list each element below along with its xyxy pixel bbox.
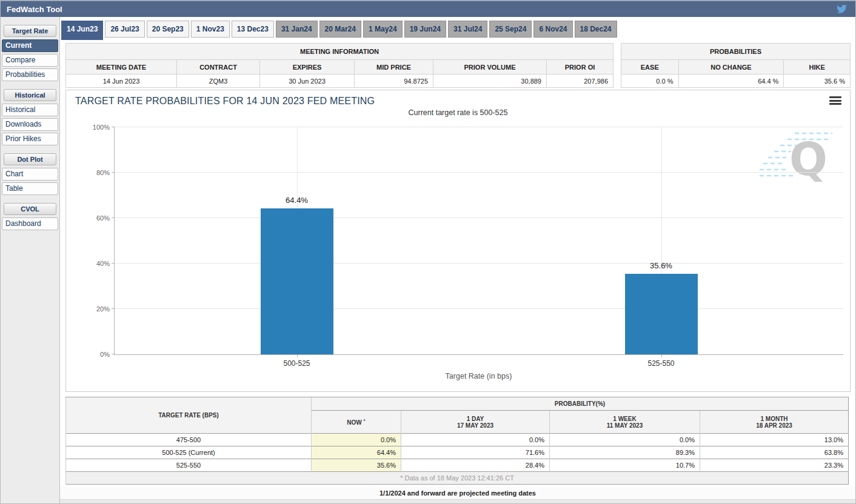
x-category-label: 500-525 xyxy=(283,359,310,368)
sidebar-item-table[interactable]: Table xyxy=(2,182,58,195)
gridline xyxy=(115,263,843,264)
y-tick-mark xyxy=(112,172,115,173)
tab-6-nov24[interactable]: 6 Nov24 xyxy=(533,21,572,38)
target-rate-bps-header: TARGET RATE (BPS) xyxy=(66,397,312,434)
no-change-value: 64.4 % xyxy=(678,75,784,88)
x-category-label: 525-550 xyxy=(647,359,674,368)
x-axis-title: Target Rate (in bps) xyxy=(114,372,843,380)
tab-20-mar24[interactable]: 20 Mar24 xyxy=(319,21,361,38)
sidebar-item-historical[interactable]: Historical xyxy=(2,104,58,116)
tab-1-nov23[interactable]: 1 Nov23 xyxy=(191,21,230,38)
y-tick-mark xyxy=(112,263,115,264)
col-no-change: NO CHANGE xyxy=(678,60,784,75)
tab-26-jul23[interactable]: 26 Jul23 xyxy=(105,21,144,38)
chart-title: TARGET RATE PROBABILITIES FOR 14 JUN 202… xyxy=(75,96,375,107)
one-week-column-header: 1 WEEK11 MAY 2023 xyxy=(550,411,700,434)
ease-value: 0.0 % xyxy=(621,75,679,88)
col-contract: CONTRACT xyxy=(177,60,260,75)
y-tick-mark xyxy=(112,354,115,354)
data-as-of-footnote: * Data as of 18 May 2023 12:41:26 CT xyxy=(66,472,849,485)
sidebar-item-prior-hikes[interactable]: Prior Hikes xyxy=(2,133,58,145)
sidebar-item-downloads[interactable]: Downloads xyxy=(2,118,58,131)
sidebar-section-target-rate: Target Rate Current Compare Probabilitie… xyxy=(1,25,59,81)
plot-area: Q 0%20%40%60%80%100%64.4%500-52535.6%525… xyxy=(114,127,843,355)
sidebar-item-probabilities[interactable]: Probabilities xyxy=(2,68,58,81)
chart-canvas: Probability xyxy=(67,127,849,380)
col-hike: HIKE xyxy=(784,60,851,75)
prior-volume-value: 30,889 xyxy=(433,75,547,88)
meeting-information-table: MEETING INFORMATION MEETING DATE CONTRAC… xyxy=(65,43,614,88)
y-tick-mark xyxy=(112,127,115,127)
y-tick-label: 60% xyxy=(96,214,110,222)
bar-value-label: 35.6% xyxy=(650,261,672,270)
info-row: MEETING INFORMATION MEETING DATE CONTRAC… xyxy=(65,43,851,88)
bar-500-525 xyxy=(261,208,333,355)
sidebar-header-historical: Historical xyxy=(4,89,56,101)
probability-pct-header: PROBABILITY(%) xyxy=(312,397,849,411)
sidebar-section-cvol: CVOL Dashboard xyxy=(1,203,59,230)
tab-14-jun23[interactable]: 14 Jun23 xyxy=(61,21,103,40)
sidebar-item-current[interactable]: Current xyxy=(2,39,58,52)
meeting-date-value: 14 Jun 2023 xyxy=(66,75,177,88)
now-column-header: NOW * xyxy=(312,411,401,434)
target-rate-chart-panel: TARGET RATE PROBABILITIES FOR 14 JUN 202… xyxy=(65,90,851,392)
app-title: FedWatch Tool xyxy=(7,5,62,14)
table-row-500-525-current: 500-525 (Current) 64.4% 71.6% 89.3% 63.8… xyxy=(66,446,849,459)
prior-oi-value: 207,986 xyxy=(547,75,614,88)
gridline xyxy=(115,127,843,127)
chart-header: TARGET RATE PROBABILITIES FOR 14 JUN 202… xyxy=(66,90,850,107)
col-meeting-date: MEETING DATE xyxy=(66,60,177,75)
gridline xyxy=(115,172,843,173)
col-prior-oi: PRIOR OI xyxy=(547,60,614,75)
sidebar-item-chart[interactable]: Chart xyxy=(2,168,58,181)
sidebar-header-cvol: CVOL xyxy=(4,203,56,215)
tab-31-jan24[interactable]: 31 Jan24 xyxy=(276,21,318,38)
tab-19-jun24[interactable]: 19 Jun24 xyxy=(404,21,446,38)
projected-meetings-note: 1/1/2024 and forward are projected meeti… xyxy=(60,486,855,500)
gridline xyxy=(115,217,843,218)
tab-25-sep24[interactable]: 25 Sep24 xyxy=(489,21,532,38)
sidebar-section-historical: Historical Historical Downloads Prior Hi… xyxy=(1,89,59,145)
quikstrike-watermark-logo: Q xyxy=(760,128,838,184)
x-tick-mark xyxy=(297,354,298,357)
gridline xyxy=(115,308,843,309)
col-prior-volume: PRIOR VOLUME xyxy=(433,60,547,75)
meeting-info-title: MEETING INFORMATION xyxy=(66,44,614,60)
col-ease: EASE xyxy=(621,60,679,75)
sidebar-item-dashboard[interactable]: Dashboard xyxy=(2,217,58,230)
y-tick-label: 100% xyxy=(93,124,110,131)
titlebar: FedWatch Tool xyxy=(1,1,855,17)
sidebar-header-dot-plot: Dot Plot xyxy=(4,153,56,165)
table-row-525-550: 525-550 35.6% 28.4% 10.7% 23.3% xyxy=(66,459,849,472)
fedwatch-app: FedWatch Tool Target Rate Current Compar… xyxy=(0,0,856,504)
tab-18-dec24[interactable]: 18 Dec24 xyxy=(575,21,617,38)
table-row-475-500: 475-500 0.0% 0.0% 0.0% 13.0% xyxy=(66,434,849,446)
y-tick-label: 0% xyxy=(100,351,110,358)
bar-525-550 xyxy=(625,274,698,354)
sidebar: Target Rate Current Compare Probabilitie… xyxy=(1,17,59,503)
probabilities-title: PROBABILITIES xyxy=(621,44,851,60)
sidebar-header-target-rate: Target Rate xyxy=(4,25,56,37)
probability-history-table: TARGET RATE (BPS) PROBABILITY(%) NOW * 1… xyxy=(65,397,849,485)
one-month-column-header: 1 MONTH18 APR 2023 xyxy=(700,411,849,434)
probabilities-summary-table: PROBABILITIES EASE NO CHANGE HIKE 0.0 % … xyxy=(621,43,851,88)
hike-value: 35.6 % xyxy=(784,75,851,88)
chart-subtitle: Current target rate is 500-525 xyxy=(66,108,850,117)
y-tick-mark xyxy=(112,308,115,309)
twitter-icon[interactable] xyxy=(835,4,848,15)
main-layout: Target Rate Current Compare Probabilitie… xyxy=(1,17,855,503)
content-area: 14 Jun23 26 Jul23 20 Sep23 1 Nov23 13 De… xyxy=(59,17,855,503)
sidebar-item-compare[interactable]: Compare xyxy=(2,54,58,67)
y-tick-label: 40% xyxy=(96,260,110,267)
tab-31-jul24[interactable]: 31 Jul24 xyxy=(448,21,487,38)
x-tick-mark xyxy=(661,354,662,357)
tab-20-sep23[interactable]: 20 Sep23 xyxy=(147,21,189,38)
hamburger-menu-icon[interactable] xyxy=(829,96,841,105)
y-tick-label: 80% xyxy=(96,169,110,176)
y-tick-mark xyxy=(112,217,115,218)
tab-1-may24[interactable]: 1 May24 xyxy=(363,21,403,38)
col-expires: EXPIRES xyxy=(260,60,355,75)
expires-value: 30 Jun 2023 xyxy=(260,75,355,88)
contract-value: ZQM3 xyxy=(177,75,260,88)
tab-13-dec23[interactable]: 13 Dec23 xyxy=(232,21,274,38)
